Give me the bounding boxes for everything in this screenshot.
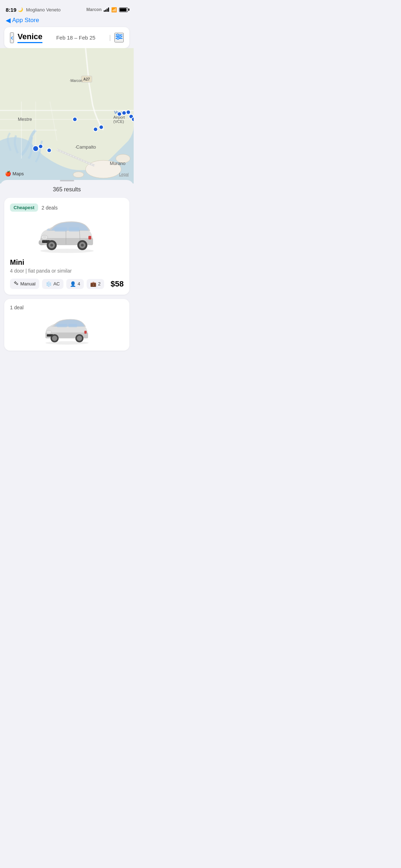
svg-point-46	[45, 341, 88, 345]
svg-rect-51	[84, 331, 86, 334]
map-dot-1[interactable]	[72, 117, 77, 122]
signal-icon	[104, 7, 109, 12]
ac-label: AC	[53, 281, 60, 286]
chevron-left-icon: ◀	[6, 16, 11, 24]
search-header: ‹ Venice Feb 18 – Feb 25 |	[4, 27, 129, 48]
legal-link[interactable]: Legal	[119, 172, 129, 176]
svg-point-41	[16, 283, 18, 285]
svg-point-5	[117, 38, 119, 40]
status-right: Marcon 📶	[86, 7, 128, 12]
map-dot-8[interactable]	[131, 117, 134, 122]
status-time: 8:19	[6, 7, 16, 13]
map-dot-10[interactable]	[38, 144, 43, 149]
filter-button[interactable]	[114, 33, 124, 42]
svg-point-27	[43, 236, 46, 239]
bag-icon: 💼	[90, 281, 96, 287]
status-left: 8:19 🌙 Mogliano Veneto	[6, 7, 61, 13]
svg-text:A27: A27	[83, 77, 90, 81]
spec-transmission: Manual	[10, 279, 39, 289]
cheapest-badge: Cheapest	[10, 203, 38, 212]
divider: |	[109, 34, 111, 41]
map-label-mestre: Mestre	[18, 117, 32, 122]
search-back-button[interactable]: ‹	[10, 32, 14, 43]
search-city[interactable]: Venice	[17, 32, 42, 43]
svg-point-56	[77, 336, 82, 341]
car-specs: Manual ❄️ AC 👤 4 💼 2 $58	[10, 279, 124, 289]
app-store-bar: ◀ App Store	[0, 16, 134, 27]
map-dot-4[interactable]	[117, 112, 122, 117]
svg-point-50	[46, 330, 51, 334]
results-count: 365 results	[0, 186, 134, 193]
badge-row: Cheapest 2 deals	[10, 203, 124, 212]
maps-watermark: 🍎 Maps	[5, 171, 24, 176]
filter-icon	[115, 33, 123, 42]
svg-point-54	[52, 336, 57, 341]
spec-seats: 👤 4	[66, 279, 84, 289]
map-dot-3[interactable]	[99, 125, 104, 130]
moon-icon: 🌙	[18, 7, 23, 12]
svg-rect-48	[68, 324, 77, 327]
sheet-handle	[60, 180, 74, 181]
transmission-icon	[14, 281, 19, 287]
svg-rect-28	[88, 236, 91, 239]
car-image	[10, 216, 124, 253]
svg-point-40	[15, 282, 16, 283]
svg-point-35	[50, 244, 53, 247]
svg-rect-47	[57, 324, 67, 327]
svg-point-3	[117, 34, 119, 36]
status-location: Mogliano Veneto	[26, 7, 61, 12]
app-store-back-button[interactable]: ◀ App Store	[6, 16, 39, 24]
map-container[interactable]: A27 Mestre ·Campalto Murano Venice Venez…	[0, 48, 134, 184]
svg-rect-21	[55, 227, 67, 232]
svg-point-9	[73, 172, 84, 177]
search-dates: Feb 18 – Feb 25	[46, 35, 106, 41]
back-chevron-icon: ‹	[11, 33, 13, 42]
apple-logo-icon: 🍎	[5, 171, 11, 176]
car-price: $58	[110, 279, 124, 289]
app-store-label: App Store	[12, 17, 39, 24]
svg-point-20	[40, 249, 94, 253]
svg-point-4	[119, 36, 121, 38]
location2: Marcon	[86, 7, 102, 12]
map-label-marcon: ·Marcon	[70, 79, 82, 83]
car-card-2[interactable]: 1 deal	[4, 299, 129, 351]
one-deal-text: 1 deal	[10, 305, 124, 310]
map-dot-2[interactable]	[93, 127, 98, 132]
svg-point-38	[81, 244, 84, 247]
spec-bags: 💼 2	[87, 279, 104, 289]
ac-icon: ❄️	[46, 281, 52, 287]
spec-ac: ❄️ AC	[42, 279, 63, 289]
car-subtitle: 4 door | fiat panda or similar	[10, 268, 124, 274]
svg-rect-22	[69, 227, 79, 232]
car-card-1[interactable]: Cheapest 2 deals	[4, 198, 129, 295]
map-dot-11[interactable]	[47, 148, 52, 153]
deals-count: 2 deals	[42, 205, 58, 211]
wifi-icon: 📶	[111, 7, 117, 12]
transmission-label: Manual	[20, 281, 36, 286]
map-label-campalto: ·Campalto	[75, 144, 96, 150]
car-title: Mini	[10, 258, 124, 267]
car-image-partial	[10, 315, 124, 345]
seats-label: 4	[78, 281, 80, 286]
map-label-murano: Murano	[110, 161, 125, 166]
person-icon: 👤	[70, 281, 76, 287]
status-bar: 8:19 🌙 Mogliano Veneto Marcon 📶	[0, 0, 134, 16]
bags-label: 2	[98, 281, 101, 286]
maps-label: Maps	[12, 171, 24, 176]
battery-icon	[119, 7, 128, 12]
bottom-sheet: 365 results Cheapest 2 deals	[0, 180, 134, 361]
